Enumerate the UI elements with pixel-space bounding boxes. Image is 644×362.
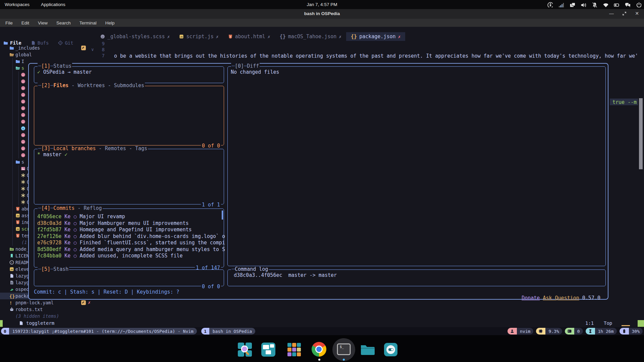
menu-edit[interactable]: Edit <box>21 20 29 25</box>
indent-guide <box>18 105 19 112</box>
menu-terminal[interactable]: Terminal <box>79 20 97 25</box>
branch-row[interactable]: * master ✓ <box>37 152 67 158</box>
battery-icon[interactable] <box>613 2 619 7</box>
power-icon[interactable] <box>636 2 641 7</box>
tmux-window-index: 0 <box>1 328 9 335</box>
close-button[interactable]: ✕ <box>634 10 640 16</box>
commit-row[interactable]: 27ef126e Ke ○ Added blur behind `div.hom… <box>37 233 225 239</box>
commit-row[interactable]: 4f056ece Ke ○ Major UI revamp <box>37 214 125 220</box>
accessibility-icon[interactable] <box>547 2 553 7</box>
lazygit-stash-panel[interactable]: ─[5]─Stash 0 of 0 <box>34 269 224 286</box>
sass-icon <box>21 153 25 158</box>
buffer-tab-_global-styles.scss[interactable]: _global-styles.scss✗ <box>96 32 174 41</box>
chat-icon[interactable] <box>625 2 630 7</box>
buffer-tab-macOS_Tahoe.json[interactable]: {}macOS_Tahoe.json✗ <box>275 32 346 41</box>
cpu-icon <box>536 328 545 335</box>
file-icon <box>19 321 23 325</box>
tree-item-label: READM <box>15 260 29 265</box>
npm-icon <box>9 247 14 251</box>
tree-item[interactable]: !pnpm-lock.yaml✗ <box>0 299 104 306</box>
menu-file[interactable]: File <box>5 20 13 25</box>
ask-question-link[interactable]: Ask Question <box>543 295 579 301</box>
dock-chrome[interactable] <box>312 342 327 357</box>
commit-author: Ke <box>61 227 73 233</box>
tree-item[interactable]: global <box>0 51 104 58</box>
image-icon <box>21 166 25 171</box>
folder-icon <box>15 160 20 164</box>
editor-scrollbar[interactable] <box>639 98 643 169</box>
indent-guide <box>12 232 13 239</box>
indent-guide <box>12 192 13 199</box>
tree-item-label: lazyg <box>15 280 29 285</box>
nvim-statusline: toggleterm 1:1 Top <box>0 320 644 327</box>
scroll-indicator: Top <box>604 320 612 326</box>
close-tab-icon[interactable]: ✗ <box>268 34 270 39</box>
tree-item-label: eleve <box>15 266 29 272</box>
menu-help[interactable]: Help <box>105 20 115 25</box>
commit-row[interactable]: 7c84bba0 Ke ○ Added unused, incomplete S… <box>37 253 182 259</box>
indent-guide <box>18 192 19 199</box>
close-tab-icon[interactable]: ✗ <box>167 34 170 39</box>
indent-guide <box>12 71 13 78</box>
dock-window-manager[interactable] <box>261 342 276 357</box>
indent-guide <box>18 71 19 78</box>
lazygit-branches-panel[interactable]: ─[3]─Local branches - Remotes - Tags * m… <box>34 149 224 204</box>
menu-search[interactable]: Search <box>56 20 71 25</box>
commit-graph-node: ○ <box>73 253 79 259</box>
sass-icon <box>21 119 25 124</box>
restore-button[interactable] <box>621 10 627 16</box>
indent-guide <box>12 159 13 165</box>
lazygit-status-panel[interactable]: ─[1]─Status ✓ OSPedia → master <box>34 66 224 83</box>
dock-file-manager[interactable] <box>360 342 375 357</box>
indent-guide <box>12 58 13 65</box>
close-tab-icon[interactable]: ✗ <box>216 34 219 39</box>
tree-item-label: pnpm-lock.yaml <box>15 300 54 305</box>
braces-icon: {} <box>9 294 14 298</box>
tree-item[interactable]: robots.txt <box>0 306 104 313</box>
tree-item[interactable]: _includes <box>0 45 104 51</box>
dock-app-grid[interactable] <box>286 342 302 357</box>
indent-guide <box>12 179 13 185</box>
indent-guide <box>12 85 13 92</box>
commit-row[interactable]: f2fd5b87 Ke ○ Homepage and Pagefind UI i… <box>37 227 192 233</box>
commit-row[interactable]: d38c0a3d Ke ○ Major Hamburger menu UI im… <box>37 220 189 226</box>
volume-icon[interactable] <box>580 2 586 7</box>
menu-view[interactable]: View <box>38 20 48 25</box>
buffer-tab-label: macOS_Tahoe.json <box>288 34 337 40</box>
dock-terminal[interactable]: $_ <box>336 342 352 357</box>
signal-strength-icon[interactable] <box>558 2 564 7</box>
buffer-tab-script.js[interactable]: JSscript.js✗ <box>174 32 223 41</box>
close-tab-icon[interactable]: ✗ <box>339 34 341 39</box>
indent-guide <box>12 78 13 85</box>
tree-item[interactable]: (3 hidden items) <box>0 313 104 319</box>
commit-hash: d38c0a3d <box>37 220 61 226</box>
sass-icon <box>21 146 25 151</box>
lazygit-diff-panel[interactable]: ─[0]─Diff No changed files <box>227 66 606 266</box>
displays-icon[interactable] <box>569 2 575 7</box>
buffer-tab-about.html[interactable]: 5about.html✗ <box>223 32 275 41</box>
lazygit-files-panel[interactable]: ─[2]─Files - Worktrees - Submodules 0 of… <box>34 86 224 145</box>
wifi-icon[interactable] <box>602 2 608 7</box>
dock: $_ <box>0 335 644 362</box>
commits-scrollbar[interactable] <box>222 210 223 220</box>
dock-app-finder[interactable] <box>237 342 253 357</box>
sass-icon <box>21 99 25 104</box>
tmux-window-0[interactable]: 0159723:lazygit ;#toggleterm#101 - (term… <box>1 328 197 335</box>
window-titlebar[interactable]: bash in OSPedia — ✕ <box>0 9 644 19</box>
lazygit-command-log-panel[interactable]: ─Command log d38c0a3..4f056ec master -> … <box>227 269 606 286</box>
stylus-icon: s <box>21 126 25 131</box>
tmux-window-1[interactable]: 1bash in OSPedia <box>201 328 255 335</box>
indent-guide <box>18 185 19 192</box>
minimize-button[interactable]: — <box>608 10 614 16</box>
donate-link[interactable]: Donate <box>522 295 540 301</box>
commit-row[interactable]: e76c9728 Ke ○ Finihed `fluentUI.scss`, s… <box>37 240 225 246</box>
notifications-off-icon[interactable] <box>591 2 597 7</box>
lazygit-commits-panel[interactable]: ─[4]─Commits - Reflog 4f056ece Ke ○ Majo… <box>34 208 224 267</box>
commit-row[interactable]: 8d580edf Ke ○ Added media query and hamb… <box>37 246 225 252</box>
buffer-tab-package.json[interactable]: {}package.json✗ <box>346 32 405 41</box>
commit-author: Ke <box>61 220 73 226</box>
sass-icon <box>21 86 25 90</box>
dock-settings[interactable] <box>383 342 398 357</box>
folder-icon <box>9 46 14 50</box>
close-tab-icon[interactable]: ✗ <box>398 34 401 39</box>
